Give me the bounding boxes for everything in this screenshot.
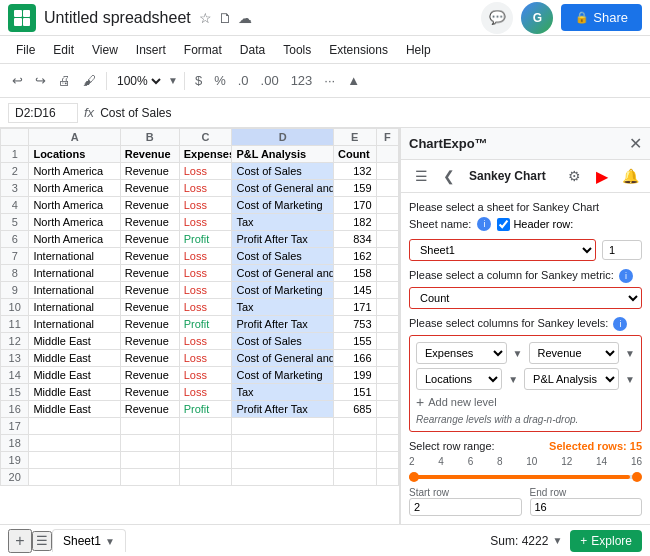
cell-18-b[interactable] [120, 435, 179, 452]
menu-file[interactable]: File [8, 40, 43, 60]
cell-19-c[interactable] [179, 452, 232, 469]
cell-10-f[interactable] [376, 299, 398, 316]
cell-4-b[interactable]: Revenue [120, 197, 179, 214]
cell-16-e[interactable]: 685 [333, 401, 376, 418]
cell-3-a[interactable]: North America [29, 180, 120, 197]
decimal1-button[interactable]: .0 [234, 70, 253, 91]
cell-10-c[interactable]: Loss [179, 299, 232, 316]
cell-18-e[interactable] [333, 435, 376, 452]
save-icon[interactable]: 🗋 [218, 10, 232, 26]
cell-2-f[interactable] [376, 163, 398, 180]
cell-4-f[interactable] [376, 197, 398, 214]
user-avatar[interactable]: G [521, 2, 553, 34]
col-header-f[interactable]: F [376, 129, 398, 146]
cell-18-f[interactable] [376, 435, 398, 452]
menu-nav-icon[interactable]: ☰ [409, 164, 433, 188]
cell-12-f[interactable] [376, 333, 398, 350]
levels-info-icon[interactable]: i [613, 317, 627, 331]
cell-4-c[interactable]: Loss [179, 197, 232, 214]
level2-left-select[interactable]: Locations [416, 368, 502, 390]
settings-icon[interactable]: ⚙ [562, 164, 586, 188]
cell-12-e[interactable]: 155 [333, 333, 376, 350]
sheet-tab-sheet1[interactable]: Sheet1 ▼ [52, 529, 126, 552]
menu-insert[interactable]: Insert [128, 40, 174, 60]
cell-20-f[interactable] [376, 469, 398, 486]
cell-19-f[interactable] [376, 452, 398, 469]
panel-close-button[interactable]: ✕ [629, 134, 642, 153]
cell-reference[interactable]: D2:D16 [8, 103, 78, 123]
menu-tools[interactable]: Tools [275, 40, 319, 60]
sheet-info-icon[interactable]: i [477, 217, 491, 231]
cell-14-d[interactable]: Cost of Marketing [232, 367, 334, 384]
cell-20-c[interactable] [179, 469, 232, 486]
cell-15-e[interactable]: 151 [333, 384, 376, 401]
cell-7-e[interactable]: 162 [333, 248, 376, 265]
cell-5-a[interactable]: North America [29, 214, 120, 231]
cell-18-d[interactable] [232, 435, 334, 452]
cell-8-d[interactable]: Cost of General and [232, 265, 334, 282]
cell-10-a[interactable]: International [29, 299, 120, 316]
col-header-d[interactable]: D [232, 129, 334, 146]
redo-button[interactable]: ↪ [31, 70, 50, 91]
zoom-select[interactable]: 100% [113, 73, 164, 89]
cell-2-a[interactable]: North America [29, 163, 120, 180]
chat-icon-button[interactable]: 💬 [481, 2, 513, 34]
cell-13-c[interactable]: Loss [179, 350, 232, 367]
cell-1-c[interactable]: Expenses [179, 146, 232, 163]
cell-10-d[interactable]: Tax [232, 299, 334, 316]
cell-17-e[interactable] [333, 418, 376, 435]
notification-icon[interactable]: 🔔 [618, 164, 642, 188]
cell-6-d[interactable]: Profit After Tax [232, 231, 334, 248]
cell-7-b[interactable]: Revenue [120, 248, 179, 265]
cell-5-c[interactable]: Loss [179, 214, 232, 231]
cell-3-b[interactable]: Revenue [120, 180, 179, 197]
more-toolbar-button[interactable]: ··· [320, 70, 339, 91]
cell-15-d[interactable]: Tax [232, 384, 334, 401]
cell-1-e[interactable]: Count [333, 146, 376, 163]
cell-8-f[interactable] [376, 265, 398, 282]
cell-16-d[interactable]: Profit After Tax [232, 401, 334, 418]
cell-11-a[interactable]: International [29, 316, 120, 333]
cell-4-d[interactable]: Cost of Marketing [232, 197, 334, 214]
cell-9-c[interactable]: Loss [179, 282, 232, 299]
cell-9-f[interactable] [376, 282, 398, 299]
level1-right-select[interactable]: Revenue [529, 342, 620, 364]
cell-19-a[interactable] [29, 452, 120, 469]
range-thumb-right[interactable] [632, 472, 642, 482]
cell-6-e[interactable]: 834 [333, 231, 376, 248]
range-thumb-left[interactable] [409, 472, 419, 482]
cell-11-d[interactable]: Profit After Tax [232, 316, 334, 333]
cell-17-a[interactable] [29, 418, 120, 435]
cell-20-d[interactable] [232, 469, 334, 486]
start-row-input[interactable] [409, 498, 522, 516]
cell-8-c[interactable]: Loss [179, 265, 232, 282]
cell-14-a[interactable]: Middle East [29, 367, 120, 384]
cell-8-a[interactable]: International [29, 265, 120, 282]
menu-extensions[interactable]: Extensions [321, 40, 396, 60]
level2-right-select[interactable]: P&L Analysis [524, 368, 619, 390]
cell-13-f[interactable] [376, 350, 398, 367]
cell-14-f[interactable] [376, 367, 398, 384]
menu-help[interactable]: Help [398, 40, 439, 60]
spreadsheet-title[interactable]: Untitled spreadsheet [44, 9, 191, 27]
cell-13-b[interactable]: Revenue [120, 350, 179, 367]
cell-13-d[interactable]: Cost of General and [232, 350, 334, 367]
add-sheet-button[interactable]: + [8, 529, 32, 553]
menu-format[interactable]: Format [176, 40, 230, 60]
metric-select[interactable]: Count [409, 287, 642, 309]
cell-17-b[interactable] [120, 418, 179, 435]
cell-13-e[interactable]: 166 [333, 350, 376, 367]
cell-5-d[interactable]: Tax [232, 214, 334, 231]
cell-17-c[interactable] [179, 418, 232, 435]
cell-5-b[interactable]: Revenue [120, 214, 179, 231]
cell-15-b[interactable]: Revenue [120, 384, 179, 401]
cell-3-d[interactable]: Cost of General and [232, 180, 334, 197]
cell-1-f[interactable] [376, 146, 398, 163]
cell-10-e[interactable]: 171 [333, 299, 376, 316]
cell-4-e[interactable]: 170 [333, 197, 376, 214]
print-button[interactable]: 🖨 [54, 70, 75, 91]
col-header-c[interactable]: C [179, 129, 232, 146]
menu-view[interactable]: View [84, 40, 126, 60]
cell-12-b[interactable]: Revenue [120, 333, 179, 350]
back-nav-icon[interactable]: ❮ [437, 164, 461, 188]
